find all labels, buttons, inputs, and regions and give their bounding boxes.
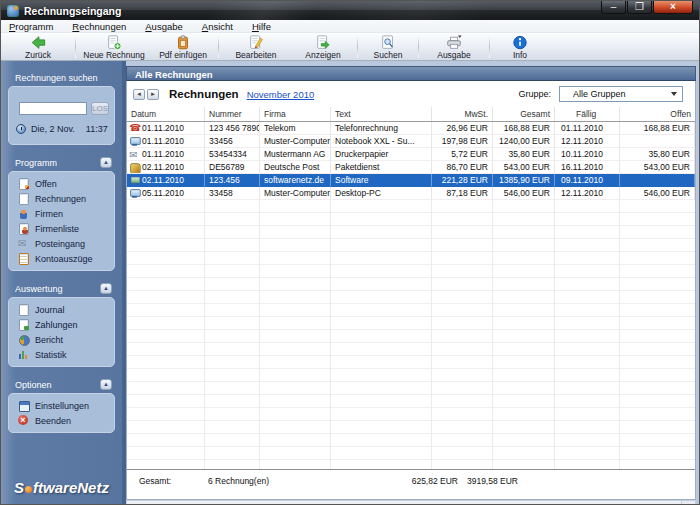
edit-pencil-icon [247,35,265,51]
optionen-panel: Einstellungen Beenden [8,393,115,433]
suchen-button[interactable]: Suchen [360,33,416,60]
menu-rechnungen[interactable]: Rechnungen [72,21,126,32]
minimize-icon: – [611,2,617,12]
softwarenetz-logo: SftwareNetz [1,479,122,496]
sidebar-item-beenden[interactable]: Beenden [13,413,110,428]
new-document-icon [105,35,123,51]
einstellungen-icon [18,400,29,411]
list-title: Rechnungen [169,88,239,100]
column-header-nummer[interactable]: Nummer [205,107,260,121]
column-header-mwst[interactable]: MwSt. [432,107,493,121]
sidebar-item-journal[interactable]: Journal [13,302,110,317]
maximize-button[interactable]: ❐ [627,1,652,14]
menu-hilfe[interactable]: Hilfe [252,21,271,32]
next-month-button[interactable]: ► [147,89,159,100]
toolbar-separator [489,35,490,58]
search-panel: LOS Die, 2 Nov. 11:37 [8,86,115,145]
computer-icon [129,188,139,198]
column-header-faellig[interactable]: Fällig [555,107,620,121]
logo-dot [25,486,32,493]
los-button[interactable]: LOS [91,102,109,115]
menu-ausgabe[interactable]: Ausgabe [145,21,183,32]
pdf-clipboard-icon [174,35,192,51]
mail-icon [129,149,139,159]
chevron-down-icon [671,92,677,96]
main-area: Alle Rechnungen ◄ ► Rechnungen November … [126,61,699,505]
minimize-button[interactable]: – [601,1,626,14]
section-title-optionen: Optionen [15,380,52,390]
table-row[interactable]: 05.11.2010 33458 Muster-Computer Desktop… [127,187,695,200]
printer-icon [445,35,463,51]
sidebar-item-firmen[interactable]: Firmen [13,206,110,221]
nav-row: ◄ ► Rechnungen November 2010 Gruppe: All… [127,81,695,107]
sidebar-item-einstellungen[interactable]: Einstellungen [13,398,110,413]
clock-icon [16,124,26,134]
table-row[interactable]: 01.11.2010 123 456 7890 Telekom Telefonr… [127,122,695,135]
info-circle-icon [511,35,529,51]
sidebar-item-offen[interactable]: Offen [13,176,110,191]
search-input[interactable] [19,102,87,115]
beenden-icon [18,415,29,426]
sidebar-item-zahlungen[interactable]: Zahlungen [13,317,110,332]
current-time: 11:37 [86,124,108,134]
group-dropdown[interactable]: Alle Gruppen [559,86,683,102]
software-icon [129,175,139,185]
zahlungen-icon [18,319,29,330]
collapse-icon[interactable]: ▲ [100,379,112,390]
sidebar-item-firmenliste[interactable]: Firmenliste [13,221,110,236]
table-row[interactable]: 01.11.2010 53454334 Mustermann AG Drucke… [127,148,695,161]
column-header-offen[interactable]: Offen [620,107,695,121]
maximize-icon: ❐ [635,2,644,12]
package-icon [129,162,139,172]
prev-month-button[interactable]: ◄ [133,89,145,100]
column-header-gesamt[interactable]: Gesamt [493,107,555,121]
info-button[interactable]: Info [492,33,548,60]
close-icon: × [670,2,676,12]
collapse-icon[interactable]: ▲ [100,283,112,294]
sidebar-item-statistik[interactable]: Statistik [13,347,110,362]
sidebar-item-bericht[interactable]: Bericht [13,332,110,347]
close-button[interactable]: × [653,1,693,14]
sidebar-item-posteingang[interactable]: Posteingang [13,236,110,251]
neue-rechnung-button[interactable]: Neue Rechnung [78,33,150,60]
section-title-programm: Programm [15,158,57,168]
bearbeiten-button[interactable]: Bearbeiten [221,33,291,60]
firmenliste-icon [18,223,29,234]
rechnungen-icon [18,193,29,204]
period-link[interactable]: November 2010 [247,89,315,100]
zurueck-button[interactable]: Zurück [3,33,73,60]
table-row[interactable]: 02.11.2010 DE56789 Deutsche Post Paketdi… [127,161,695,174]
toolbar: Zurück Neue Rechnung Pdf einfügen Bearbe… [1,32,699,61]
column-header-datum[interactable]: Datum [127,107,205,121]
group-dropdown-value: Alle Gruppen [573,89,626,99]
table-row[interactable]: 01.11.2010 33456 Muster-Computer Noteboo… [127,135,695,148]
table-row-selected[interactable]: 02.11.2010 123.456 softwarenetz.de Softw… [127,174,695,187]
sidebar-item-rechnungen[interactable]: Rechnungen [13,191,110,206]
column-header-firma[interactable]: Firma [260,107,331,121]
section-title-auswertung: Auswertung [15,284,63,294]
collapse-icon[interactable]: ▲ [100,157,112,168]
footer-gesamt-total: 3919,58 EUR [418,476,518,486]
main-header: Alle Rechnungen [126,66,696,81]
horizontal-scrollbar[interactable] [126,500,696,505]
computer-icon [129,136,139,146]
menu-ansicht[interactable]: Ansicht [202,21,233,32]
table-footer: Gesamt: 6 Rechnung(en) 625,82 EUR 3919,5… [127,469,695,499]
posteingang-icon [18,238,29,249]
column-header-text[interactable]: Text [331,107,432,121]
title-bar: Rechnungseingang – ❐ × [1,1,699,20]
firmen-icon [18,208,29,219]
ausgabe-button[interactable]: Ausgabe [421,33,487,60]
toolbar-separator [357,35,358,58]
anzeigen-button[interactable]: Anzeigen [291,33,355,60]
sidebar: Rechnungen suchen LOS Die, 2 Nov. 11:37 … [1,61,126,505]
current-date: Die, 2 Nov. [31,124,75,134]
sidebar-item-kontoauszuege[interactable]: Kontoauszüge [13,251,110,266]
toolbar-separator [218,35,219,58]
view-document-icon [314,35,332,51]
phone-icon [129,123,139,133]
app-window: Rechnungseingang – ❐ × Programm Rechnung… [0,0,700,505]
menu-programm[interactable]: Programm [9,21,53,32]
pdf-einfuegen-button[interactable]: Pdf einfügen [150,33,216,60]
toolbar-separator [418,35,419,58]
